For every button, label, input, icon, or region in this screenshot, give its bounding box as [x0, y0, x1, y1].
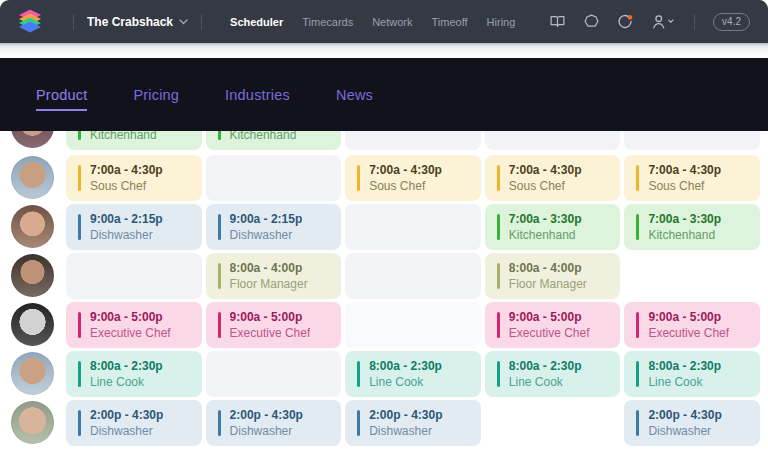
shift-card[interactable]: 7:00a - 3:30pKitchenhand: [624, 204, 760, 250]
shift-card[interactable]: 9:00a - 5:00pExecutive Chef: [624, 302, 760, 348]
shift-card[interactable]: 7:00a - 4:30pSous Chef: [624, 155, 760, 201]
shift-card[interactable]: 9:00a - 5:00pExecutive Chef: [485, 302, 621, 348]
shift-text: 7:00a - 4:30pSous Chef: [369, 163, 442, 193]
gem-icon[interactable]: [582, 13, 600, 31]
sync-notification-icon[interactable]: [616, 13, 634, 31]
shift-card[interactable]: 8:00a - 2:30pLine Cook: [66, 351, 202, 397]
shift-card[interactable]: 9:00a - 5:00pExecutive Chef: [206, 302, 342, 348]
shift-text: 9:00a - 5:00pExecutive Chef: [509, 310, 590, 340]
shift-text: 8:00a - 4:00pFloor Manager: [509, 261, 587, 291]
shift-color-bar: [497, 263, 500, 289]
shift-text: 2:00p - 4:30pDishwasher: [648, 408, 721, 438]
avatar[interactable]: [11, 352, 54, 395]
avatar-cell: [0, 204, 62, 250]
user-menu-icon[interactable]: [650, 13, 676, 31]
shift-time: 2:00p - 4:30p: [90, 408, 163, 423]
shift-time: 8:00a - 4:00p: [230, 261, 308, 276]
marketing-link-news[interactable]: News: [336, 87, 373, 103]
topbar-nav-network[interactable]: Network: [372, 16, 412, 28]
topbar-nav-hiring[interactable]: Hiring: [487, 16, 516, 28]
shift-color-bar: [636, 165, 639, 191]
avatar[interactable]: [11, 205, 54, 248]
topbar-nav-scheduler[interactable]: Scheduler: [230, 16, 283, 28]
avatar[interactable]: [11, 254, 54, 297]
shift-card[interactable]: 8:00a - 4:00pFloor Manager: [485, 253, 621, 299]
avatar[interactable]: [11, 131, 54, 148]
empty-cell[interactable]: [345, 253, 481, 299]
empty-cell[interactable]: [345, 302, 481, 348]
shift-role: Line Cook: [509, 375, 582, 389]
avatar-cell: [0, 400, 62, 446]
shift-role: Dishwasher: [230, 228, 303, 242]
shift-time: 2:00p - 4:30p: [648, 408, 721, 423]
empty-cell[interactable]: [66, 253, 202, 299]
shift-card[interactable]: Kitchenhand: [206, 131, 342, 150]
empty-cell[interactable]: [345, 204, 481, 250]
shift-card[interactable]: 2:00p - 4:30pDishwasher: [624, 400, 760, 446]
shift-role: Line Cook: [90, 375, 163, 389]
avatar[interactable]: [11, 401, 54, 444]
shift-time: 8:00a - 2:30p: [369, 359, 442, 374]
shift-card[interactable]: 2:00p - 4:30pDishwasher: [206, 400, 342, 446]
divider: [201, 14, 202, 30]
empty-cell[interactable]: [206, 155, 342, 201]
shift-role: Kitchenhand: [230, 131, 297, 142]
book-open-icon[interactable]: [548, 13, 566, 31]
empty-cell[interactable]: [624, 131, 760, 150]
avatar-cell: [0, 302, 62, 348]
version-badge: v4.2: [713, 13, 750, 31]
shift-color-bar: [78, 361, 81, 387]
schedule-row: KitchenhandKitchenhand: [0, 131, 768, 150]
empty-cell[interactable]: [206, 351, 342, 397]
shift-color-bar: [218, 214, 221, 240]
shift-time: 7:00a - 4:30p: [509, 163, 582, 178]
shift-card[interactable]: 8:00a - 2:30pLine Cook: [485, 351, 621, 397]
shift-time: 8:00a - 2:30p: [509, 359, 582, 374]
marketing-nav: ProductPricingIndustriesNews: [0, 58, 768, 131]
shift-card[interactable]: 2:00p - 4:30pDishwasher: [66, 400, 202, 446]
avatar[interactable]: [11, 156, 54, 199]
divider: [73, 14, 74, 30]
shift-text: 9:00a - 5:00pExecutive Chef: [648, 310, 729, 340]
empty-cell[interactable]: [345, 131, 481, 150]
topbar-nav-timeoff[interactable]: Timeoff: [432, 16, 468, 28]
schedule-row: 8:00a - 2:30pLine Cook8:00a - 2:30pLine …: [0, 351, 768, 397]
shift-color-bar: [357, 410, 360, 436]
partial-row-clip: KitchenhandKitchenhand: [0, 131, 768, 150]
shift-text: 9:00a - 5:00pExecutive Chef: [90, 310, 171, 340]
shift-card[interactable]: 7:00a - 3:30pKitchenhand: [485, 204, 621, 250]
shift-card[interactable]: Kitchenhand: [66, 131, 202, 150]
shift-text: 7:00a - 3:30pKitchenhand: [509, 212, 582, 242]
shift-role: Line Cook: [369, 375, 442, 389]
avatar[interactable]: [11, 303, 54, 346]
marketing-link-industries[interactable]: Industries: [225, 87, 290, 103]
shift-card[interactable]: 7:00a - 4:30pSous Chef: [345, 155, 481, 201]
shift-color-bar: [218, 263, 221, 289]
company-switcher[interactable]: The Crabshack: [87, 15, 188, 29]
shift-card[interactable]: 9:00a - 5:00pExecutive Chef: [66, 302, 202, 348]
shift-card[interactable]: 2:00p - 4:30pDishwasher: [345, 400, 481, 446]
shift-card[interactable]: 8:00a - 4:00pFloor Manager: [206, 253, 342, 299]
schedule-row: 7:00a - 4:30pSous Chef7:00a - 4:30pSous …: [0, 155, 768, 201]
shift-time: 9:00a - 5:00p: [648, 310, 729, 325]
shift-card[interactable]: 9:00a - 2:15pDishwasher: [66, 204, 202, 250]
shift-text: 7:00a - 4:30pSous Chef: [90, 163, 163, 193]
shift-card[interactable]: 7:00a - 4:30pSous Chef: [485, 155, 621, 201]
app-logo[interactable]: [0, 10, 60, 34]
shift-card[interactable]: 9:00a - 2:15pDishwasher: [206, 204, 342, 250]
shift-text: 9:00a - 2:15pDishwasher: [90, 212, 163, 242]
shift-card[interactable]: 7:00a - 4:30pSous Chef: [66, 155, 202, 201]
marketing-link-pricing[interactable]: Pricing: [133, 87, 179, 103]
marketing-link-product[interactable]: Product: [36, 87, 87, 103]
empty-cell[interactable]: [485, 131, 621, 150]
shift-text: 8:00a - 2:30pLine Cook: [648, 359, 721, 389]
shift-text: 8:00a - 2:30pLine Cook: [90, 359, 163, 389]
shift-card[interactable]: 8:00a - 2:30pLine Cook: [345, 351, 481, 397]
shift-card[interactable]: 8:00a - 2:30pLine Cook: [624, 351, 760, 397]
topbar-nav-timecards[interactable]: Timecards: [302, 16, 353, 28]
shift-time: 8:00a - 2:30p: [648, 359, 721, 374]
shift-role: Executive Chef: [230, 326, 311, 340]
shift-role: Executive Chef: [509, 326, 590, 340]
shift-time: 9:00a - 5:00p: [509, 310, 590, 325]
shift-time: 9:00a - 5:00p: [230, 310, 311, 325]
